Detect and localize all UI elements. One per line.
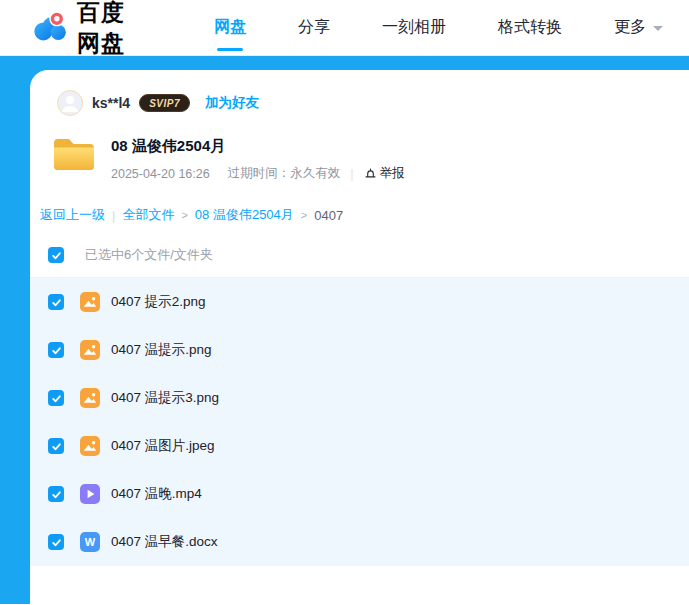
file-name[interactable]: 0407 温早餐.docx — [111, 533, 218, 551]
share-card: ks**l4 SVIP7 加为好友 08 温俊伟2504月 — [30, 70, 689, 604]
file-name[interactable]: 0407 温提示.png — [111, 341, 212, 359]
page-background: ks**l4 SVIP7 加为好友 08 温俊伟2504月 — [0, 56, 689, 604]
file-row[interactable]: 0407 温晚.mp4 — [30, 470, 689, 518]
selection-count-text: 已选中6个文件/文件夹 — [85, 246, 213, 264]
sharer-info-row: ks**l4 SVIP7 加为好友 — [57, 90, 689, 116]
nav-item-格式转换[interactable]: 格式转换 — [498, 0, 562, 55]
report-siren-icon — [364, 167, 377, 180]
share-expiry: 过期时间：永久有效 — [228, 165, 341, 182]
file-checkbox[interactable] — [48, 534, 64, 550]
back-to-parent-link[interactable]: 返回上一级 — [40, 206, 105, 224]
breadcrumb-link[interactable]: 全部文件 — [122, 206, 174, 224]
report-button[interactable]: 举报 — [364, 165, 405, 182]
nav-item-一刻相册[interactable]: 一刻相册 — [382, 0, 446, 55]
file-checkbox[interactable] — [48, 438, 64, 454]
select-all-checkbox[interactable] — [48, 247, 64, 263]
file-row[interactable]: W 0407 温早餐.docx — [30, 518, 689, 566]
file-name[interactable]: 0407 提示2.png — [111, 293, 206, 311]
share-date: 2025-04-20 16:26 — [111, 167, 210, 181]
chevron-down-icon — [653, 26, 663, 36]
file-row[interactable]: 0407 提示2.png — [30, 278, 689, 326]
file-list: 0407 提示2.png 0407 温提示.png 0407 温提示3.png … — [30, 277, 689, 566]
breadcrumb: 返回上一级 | 全部文件>08 温俊伟2504月>0407 — [40, 206, 689, 224]
shared-folder-summary: 08 温俊伟2504月 2025-04-20 16:26 过期时间：永久有效 |… — [50, 133, 689, 182]
share-title: 08 温俊伟2504月 — [111, 137, 405, 156]
breadcrumb-current: 0407 — [314, 208, 343, 223]
folder-icon — [50, 133, 98, 182]
word-file-icon: W — [80, 532, 100, 552]
brand-name: 百度网盘 — [77, 0, 142, 59]
file-row[interactable]: 0407 温提示.png — [30, 326, 689, 374]
breadcrumb-separator: > — [181, 209, 187, 221]
add-friend-link[interactable]: 加为好友 — [205, 94, 259, 112]
netdisk-logo-icon — [33, 8, 69, 48]
sharer-username: ks**l4 — [92, 95, 130, 111]
file-checkbox[interactable] — [48, 486, 64, 502]
video-file-icon — [80, 484, 100, 504]
image-file-icon — [80, 292, 100, 312]
breadcrumb-link[interactable]: 08 温俊伟2504月 — [195, 206, 294, 224]
file-row[interactable]: 0407 温提示3.png — [30, 374, 689, 422]
file-checkbox[interactable] — [48, 294, 64, 310]
image-file-icon — [80, 436, 100, 456]
image-file-icon — [80, 340, 100, 360]
image-file-icon — [80, 388, 100, 408]
breadcrumb-separator: > — [301, 209, 307, 221]
file-name[interactable]: 0407 温晚.mp4 — [111, 485, 202, 503]
brand-logo[interactable]: 百度网盘 — [33, 0, 142, 59]
file-name[interactable]: 0407 温提示3.png — [111, 389, 219, 407]
nav-item-分享[interactable]: 分享 — [298, 0, 330, 55]
primary-nav: 网盘分享一刻相册格式转换更多 — [188, 0, 689, 55]
nav-item-网盘[interactable]: 网盘 — [214, 0, 246, 55]
file-row[interactable]: 0407 温图片.jpeg — [30, 422, 689, 470]
file-checkbox[interactable] — [48, 342, 64, 358]
file-checkbox[interactable] — [48, 390, 64, 406]
svip-badge[interactable]: SVIP7 — [139, 94, 190, 112]
nav-item-更多[interactable]: 更多 — [614, 0, 663, 55]
user-avatar-icon — [57, 90, 83, 116]
selection-summary-row: 已选中6个文件/文件夹 — [48, 246, 689, 264]
top-header: 百度网盘 网盘分享一刻相册格式转换更多 — [0, 0, 689, 56]
svg-text:W: W — [85, 536, 96, 548]
file-name[interactable]: 0407 温图片.jpeg — [111, 437, 215, 455]
